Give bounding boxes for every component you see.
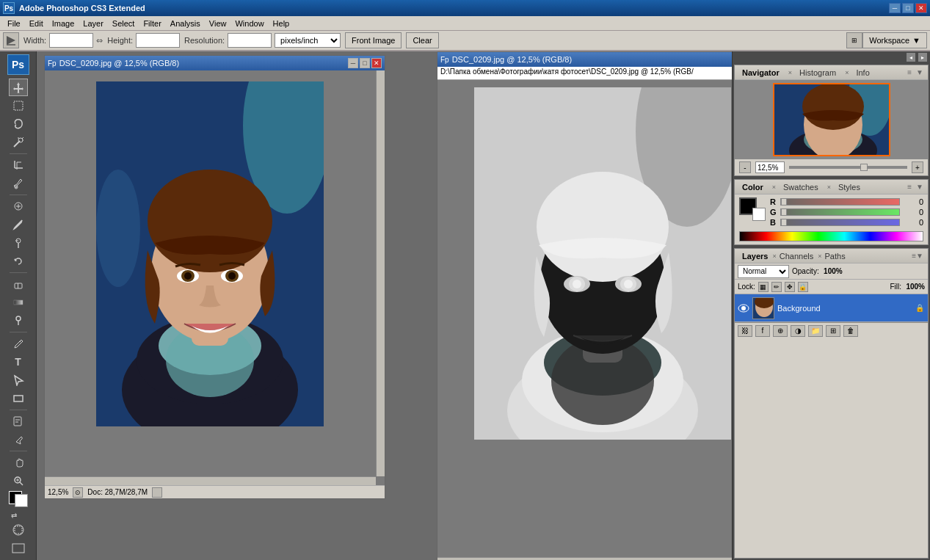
resolution-input[interactable] <box>228 33 272 48</box>
screen-mode-tool[interactable] <box>9 539 28 557</box>
marquee-tool[interactable] <box>9 97 28 114</box>
doc1-scrollbar-v[interactable] <box>376 70 385 476</box>
background-swatch[interactable] <box>752 208 766 221</box>
gradient-tool[interactable] <box>9 294 28 311</box>
pen-tool[interactable] <box>9 335 28 352</box>
hand-tool[interactable] <box>9 454 28 471</box>
zoom-tool[interactable] <box>9 472 28 490</box>
doc1-minimize[interactable]: ─ <box>348 58 358 68</box>
background-color[interactable] <box>15 494 28 507</box>
tab-histogram-close[interactable]: × <box>845 69 849 76</box>
zoom-slider-thumb[interactable] <box>860 164 868 171</box>
resolution-unit-select[interactable]: pixels/inch <box>275 33 341 48</box>
clone-stamp-tool[interactable] <box>9 234 28 252</box>
brush-tool[interactable] <box>9 216 28 233</box>
color-panel-menu[interactable]: ≡ <box>907 183 912 191</box>
doc1-scrollbar-h[interactable] <box>45 476 376 485</box>
menu-image[interactable]: Image <box>48 18 79 29</box>
doc1-close[interactable]: ✕ <box>371 58 382 68</box>
color-panel-collapse[interactable]: ▼ <box>916 183 923 191</box>
menu-edit[interactable]: Edit <box>25 18 48 29</box>
tab-navigator-close[interactable]: × <box>788 69 792 76</box>
zoom-in-btn[interactable]: + <box>912 161 923 173</box>
tab-swatches[interactable]: Swatches <box>780 182 821 192</box>
menu-view[interactable]: View <box>205 18 231 29</box>
tab-histogram[interactable]: Histogram <box>796 68 839 78</box>
collapse-btn-1[interactable]: ◂ <box>907 53 915 62</box>
menu-file[interactable]: File <box>3 18 25 29</box>
doc1-maximize[interactable]: □ <box>360 58 370 68</box>
notes-tool[interactable] <box>9 412 28 430</box>
channel-b-slider[interactable] <box>781 219 787 226</box>
lock-transparency-btn[interactable]: ▦ <box>758 282 769 292</box>
new-group-btn[interactable]: 📁 <box>808 325 823 337</box>
layers-panel-collapse[interactable]: ▼ <box>916 252 923 260</box>
lasso-tool[interactable] <box>9 115 28 133</box>
channel-r-bar[interactable] <box>780 198 900 206</box>
menu-analysis[interactable]: Analysis <box>166 18 205 29</box>
collapse-btn-2[interactable]: ▸ <box>918 53 927 62</box>
path-select-tool[interactable] <box>9 371 28 389</box>
lock-paint-btn[interactable]: ✏ <box>771 282 782 292</box>
menu-select[interactable]: Select <box>108 18 139 29</box>
link-layers-btn[interactable]: ⛓ <box>738 325 752 337</box>
color-spectrum-bar[interactable] <box>739 231 923 241</box>
text-tool[interactable]: T <box>9 353 28 371</box>
doc2-scrollbar-h[interactable] <box>437 557 732 560</box>
zoom-out-btn[interactable]: - <box>739 161 751 173</box>
tab-color[interactable]: Color <box>739 182 766 192</box>
history-brush-tool[interactable] <box>9 252 28 270</box>
panel-menu-btn[interactable]: ≡ <box>907 68 912 76</box>
tab-paths[interactable]: Paths <box>822 251 849 261</box>
channel-b-bar[interactable] <box>780 219 900 226</box>
lock-move-btn[interactable]: ✥ <box>785 282 795 292</box>
workspace-icon[interactable]: ⊞ <box>846 32 862 48</box>
menu-window[interactable]: Window <box>230 18 268 29</box>
crop-tool[interactable] <box>9 156 28 174</box>
eyedropper2-tool[interactable] <box>9 431 28 448</box>
width-input[interactable] <box>49 33 93 48</box>
panel-collapse-arrow[interactable]: ▼ <box>916 68 923 76</box>
tab-layers[interactable]: Layers <box>739 251 771 261</box>
add-style-btn[interactable]: f <box>755 325 770 337</box>
menu-layer[interactable]: Layer <box>79 18 108 29</box>
tab-color-close[interactable]: × <box>772 183 776 191</box>
layers-mode-select[interactable]: Normal <box>738 265 789 278</box>
tab-styles[interactable]: Styles <box>835 182 863 192</box>
minimize-button[interactable]: ─ <box>889 3 901 13</box>
delete-layer-btn[interactable]: 🗑 <box>843 325 858 337</box>
layer-thumbnail[interactable] <box>752 297 774 319</box>
doc1-more-btn[interactable] <box>152 487 162 498</box>
new-layer-btn[interactable]: ⊞ <box>826 325 840 337</box>
tab-channels[interactable]: Channels <box>777 251 816 261</box>
color-boxes[interactable] <box>9 491 28 507</box>
quick-mask-tool[interactable] <box>9 521 28 539</box>
channel-g-bar[interactable] <box>780 208 900 216</box>
healing-brush-tool[interactable] <box>9 197 28 215</box>
clear-button[interactable]: Clear <box>406 32 438 48</box>
tab-navigator[interactable]: Navigator <box>739 68 782 78</box>
front-image-button[interactable]: Front Image <box>345 32 402 48</box>
layer-visibility-toggle[interactable] <box>738 302 749 314</box>
magic-wand-tool[interactable] <box>9 134 28 151</box>
menu-help[interactable]: Help <box>269 18 294 29</box>
move-tool[interactable] <box>9 79 28 96</box>
doc1-status-icon[interactable]: ⊙ <box>73 487 83 498</box>
channel-g-slider[interactable] <box>781 208 787 216</box>
height-input[interactable] <box>136 33 180 48</box>
add-mask-btn[interactable]: ⊕ <box>773 325 788 337</box>
zoom-input[interactable] <box>755 161 785 173</box>
close-button[interactable]: ✕ <box>915 3 927 13</box>
lock-all-btn[interactable]: 🔒 <box>798 282 808 292</box>
workspace-button[interactable]: Workspace ▼ <box>862 32 927 48</box>
shape-tool[interactable] <box>9 390 28 407</box>
channel-r-slider[interactable] <box>781 198 787 206</box>
new-fill-btn[interactable]: ◑ <box>791 325 805 337</box>
layer-row-background[interactable]: Background 🔒 <box>735 294 928 322</box>
eyedropper-tool[interactable] <box>9 175 28 192</box>
tab-swatches-close[interactable]: × <box>827 183 831 191</box>
dodge-tool[interactable] <box>9 312 28 330</box>
tab-info[interactable]: Info <box>853 68 872 78</box>
zoom-slider[interactable] <box>789 166 907 169</box>
eraser-tool[interactable] <box>9 275 28 293</box>
